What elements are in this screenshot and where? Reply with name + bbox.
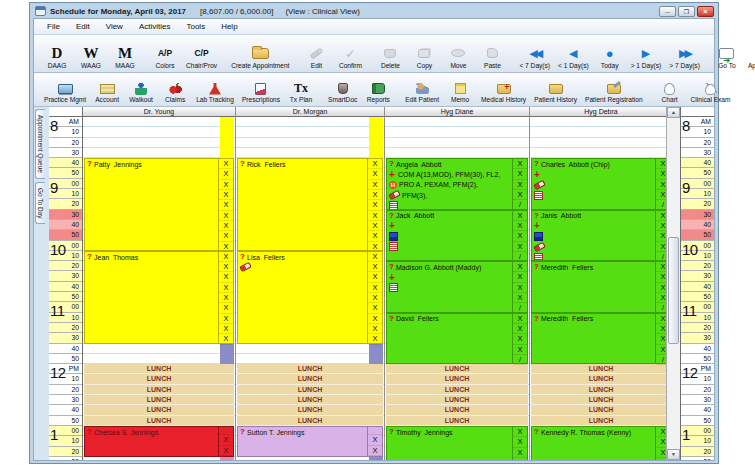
vertical-scrollbar[interactable] [666,107,680,460]
slot-color-strip [220,457,234,460]
schedule-slot[interactable] [236,354,384,364]
appointment-block[interactable]: Lisa FellersXXXXXXXXX [237,251,383,344]
schedule-slot[interactable] [236,138,384,148]
toolbar-smartdoc-button[interactable]: SmartDoc [324,74,361,105]
toolbar-move-button[interactable]: Move [441,36,475,71]
schedule-slot[interactable] [83,354,235,364]
schedule-slot[interactable] [83,117,235,127]
schedule-slot[interactable] [236,148,384,158]
toolbar-confirm-button[interactable]: Confirm [333,36,367,71]
toolbar-patient-history-button[interactable]: Patient History [530,74,581,105]
side-tab-go-to-day[interactable]: Go To Day [35,182,45,225]
schedule-slot[interactable] [530,148,666,158]
provider-header-dr-morgan[interactable]: Dr. Morgan [235,107,384,117]
appointment-block[interactable]: Meredith FellersXXXX/ [531,313,666,365]
appointment-block[interactable]: Meredith FellersXXXX/ [531,261,666,313]
schedule-slot[interactable] [83,457,235,460]
help-icon [534,212,539,220]
schedule-slot[interactable] [530,117,666,127]
toolbar-patient-registration-button[interactable]: Patient Registration [581,74,647,105]
toolbar-clinical-exam-button[interactable]: Clinical Exam [687,74,735,105]
provider-header-hyg-diane[interactable]: Hyg Diane [384,107,529,117]
appointment-block[interactable]: Madison G. Abbott (Maddy)XXXX/ [386,261,528,313]
toolbar-practice-mgmt-button[interactable]: Practice Mgmt [40,74,90,105]
toolbar-7-day-s-button[interactable]: ◀◀< 7 Day(s) [515,36,554,71]
toolbar-edit-patient-button[interactable]: Edit Patient [401,74,443,105]
schedule-slot[interactable] [530,127,666,137]
toolbar-walkout-button[interactable]: Walkout [124,74,158,105]
appointment-block[interactable]: Angela AbbottCOM A(13,MOD), PFM(30), FL2… [386,158,528,210]
scroll-thumb[interactable] [668,237,679,344]
toolbar-claims-button[interactable]: Claims [158,74,192,105]
toolbar-edit-button[interactable]: Edit [299,36,333,71]
menu-item-help[interactable]: Help [214,21,244,32]
appointment-block[interactable]: Timothy JenningsXXXX/ [386,426,528,460]
minimize-button[interactable] [659,6,676,17]
toolbar-1-day-s-button[interactable]: ◀< 1 Day(s) [554,36,593,71]
side-tab-appointment-queue[interactable]: Appointment Queue [35,109,45,179]
toolbar-memo-button[interactable]: Memo [443,74,477,105]
schedule-slot[interactable] [236,127,384,137]
toolbar-tx-plan-button[interactable]: TxTx Plan [284,74,318,105]
appointment-block[interactable]: Charles Abbott (Chip)XXXX/ [531,158,666,210]
menu-item-edit[interactable]: Edit [69,21,97,32]
lunch-row-label: LUNCH [237,364,383,374]
toolbar-chair-prov-button[interactable]: C/PChair/Prov [182,36,221,71]
appointment-block[interactable]: Kennedy R. Thomas (Kenny)XXXX/ [531,426,666,460]
menu-item-tools[interactable]: Tools [179,21,212,32]
toolbar-appointment-search-button[interactable]: Appointment Search [744,36,755,71]
schedule-slot[interactable] [83,138,235,148]
appointment-block[interactable]: Chelsea S. JenningsXX [84,426,234,457]
appointment-block[interactable]: Janis AbbottXXXX/ [531,210,666,262]
toolbar-chart-button[interactable]: Chart [653,74,687,105]
toolbar-daag-button[interactable]: DDAAG [40,36,74,71]
schedule-slot[interactable] [236,117,384,127]
restore-button[interactable] [678,6,695,17]
toolbar-delete-button[interactable]: Delete [373,36,407,71]
schedule-slot[interactable] [385,117,529,127]
scroll-up-button[interactable] [667,107,680,118]
provider-header-dr-young[interactable]: Dr. Young [83,107,235,117]
toolbar-waag-button[interactable]: WWAAG [74,36,108,71]
toolbar-create-appointment-label: Create Appointment [231,62,289,70]
toolbar-maag-button[interactable]: MMAAG [108,36,142,71]
toolbar-7-day-s-button[interactable]: ▶▶> 7 Day(s) [665,36,704,71]
menu-item-activities[interactable]: Activities [132,21,178,32]
provider-header-hyg-debra[interactable]: Hyg Debra [529,107,672,117]
appointment-block[interactable]: Jean ThomasXXXXXXXXX [84,251,234,344]
appointment-block[interactable]: Jack AbbottXXXX/ [386,210,528,262]
toolbar-lab-tracking-button[interactable]: Lab Tracking [192,74,238,105]
toolbar-copy-button[interactable]: Copy [407,36,441,71]
schedule-slot[interactable] [385,138,529,148]
toolbar-prescriptions-button[interactable]: Prescriptions [238,74,284,105]
schedule-slot[interactable] [83,344,235,354]
schedule-slot[interactable] [385,127,529,137]
schedule-slot[interactable] [530,138,666,148]
schedule-slot[interactable] [236,457,384,460]
toolbar-colors-button[interactable]: A/PColors [148,36,182,71]
toolbar-medical-history-button[interactable]: Medical History [477,74,530,105]
toolbar-go-to-button[interactable]: Go To [710,36,744,71]
appointment-mark-column: XXXX/ [512,262,527,312]
appointment-block[interactable]: David FellersXXXX/ [386,313,528,365]
appointment-block[interactable]: Rick FellersXXXXXXXXX [237,158,383,251]
scroll-down-button[interactable] [667,449,680,460]
toolbar-create-appointment-button[interactable]: Create Appointment [227,36,293,71]
schedule-slot[interactable] [236,344,384,354]
toolbar-account-button[interactable]: Account [90,74,124,105]
help-icon [87,428,92,436]
schedule-slot[interactable] [83,127,235,137]
menu-item-view[interactable]: View [99,21,130,32]
toolbar-reports-button[interactable]: Reports [361,74,395,105]
schedule-slot[interactable] [83,148,235,158]
schedule-slot[interactable] [385,148,529,158]
close-button[interactable] [697,6,714,17]
toolbar-today-button[interactable]: ●Today [593,36,627,71]
note-icon [389,201,398,209]
toolbar-paste-button[interactable]: Paste [475,36,509,71]
appointment-block[interactable]: Patty JenningsXXXXXXXXX [84,158,234,251]
lunch-row-label: LUNCH [84,405,234,415]
appointment-block[interactable]: Sutton T. JenningsXX [237,426,383,457]
menu-item-file[interactable]: File [40,21,67,32]
toolbar-1-day-s-button[interactable]: ▶> 1 Day(s) [627,36,666,71]
